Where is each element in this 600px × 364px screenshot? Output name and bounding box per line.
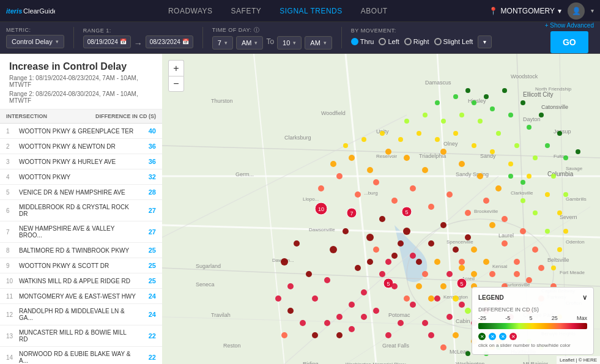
table-row[interactable]: 2 WOOTTON PKWY & NEWTON DR 36 — [0, 139, 162, 154]
time-end-period-select[interactable]: AM ▾ — [305, 36, 332, 50]
svg-text:10: 10 — [318, 206, 324, 212]
svg-text:Seneca: Seneca — [196, 281, 215, 288]
svg-text:Beltsville: Beltsville — [547, 257, 569, 263]
go-button[interactable]: GO — [550, 31, 588, 53]
metric-select[interactable]: Control Delay ▾ — [6, 35, 64, 48]
svg-point-172 — [557, 247, 562, 252]
legend-scale-25: 25 — [552, 315, 558, 321]
movement-thru[interactable]: Thru — [351, 38, 374, 45]
svg-point-162 — [417, 131, 421, 136]
table-row[interactable]: 10 WATKINS MILL RD & APPLE RIDGE RD 25 — [0, 273, 162, 289]
panel-title: Increase in Control Delay — [9, 61, 153, 72]
table-row[interactable]: 13 MUNCASTER MILL RD & BOWIE MILL RD 22 — [0, 325, 162, 347]
location-pin-icon: 📍 — [489, 7, 498, 15]
svg-point-216 — [422, 271, 428, 277]
zoom-in-button[interactable]: + — [168, 60, 184, 76]
row-number: 8 — [6, 247, 16, 254]
location-selector[interactable]: 📍 MONTGOMERY ▾ — [489, 7, 561, 15]
time-start-period: AM — [242, 39, 252, 46]
row-number: 7 — [6, 229, 16, 236]
row-number: 9 — [6, 262, 16, 269]
svg-point-95 — [440, 222, 446, 228]
intersection-table: 1 WOOTTON PKWY & GREENPLACE TER 40 2 WOO… — [0, 124, 162, 364]
table-row[interactable]: 1 WOOTTON PKWY & GREENPLACE TER 40 — [0, 124, 162, 139]
svg-text:Travilah: Travilah — [211, 312, 231, 318]
row-diff-value: 25 — [139, 247, 156, 254]
svg-text:Sugarland: Sugarland — [196, 263, 221, 269]
row-intersection-name: WOOTTON PKWY — [16, 174, 139, 180]
map-area[interactable]: Ellicott City Catonsville Columbia Jessu… — [162, 54, 600, 364]
legend-dot-blue1[interactable]: ✕ — [489, 333, 496, 340]
svg-point-192 — [435, 100, 440, 105]
svg-text:Washington: Washington — [456, 361, 484, 364]
svg-point-186 — [563, 192, 568, 197]
legend-dot-red[interactable]: ✕ — [509, 333, 517, 340]
movement-options: Thru Left Right Slight Left ▾ — [351, 35, 539, 48]
svg-text:Woodstock: Woodstock — [511, 73, 538, 80]
time-period-arrow-icon: ▾ — [254, 40, 257, 46]
time-label: TIME OF DAY: ⓘ — [212, 26, 332, 34]
svg-point-104 — [373, 308, 379, 314]
svg-text:5: 5 — [405, 209, 408, 215]
nav-safety[interactable]: SAFETY — [231, 7, 262, 15]
row-diff-value: 22 — [139, 354, 156, 361]
movement-slight-left[interactable]: Slight Left — [434, 38, 473, 45]
svg-point-92 — [403, 228, 410, 235]
range1-control: RANGE 1: 08/19/2024 📅 → 08/23/2024 📅 — [83, 28, 193, 48]
svg-text:Clarksville: Clarksville — [511, 190, 533, 196]
row-intersection-name: MIDDLEBROOK RD & CRYSTAL ROCK DR — [16, 204, 139, 217]
table-row[interactable]: 8 BALTIMORE RD & TWINBROOK PKWY 25 — [0, 243, 162, 258]
row-intersection-name: WOOTTON PKWY & GREENPLACE TER — [16, 128, 139, 135]
movement-control: BY MOVEMENT: Thru Left Right Slight Left… — [351, 28, 539, 48]
movement-label: BY MOVEMENT: — [351, 28, 539, 34]
svg-point-99 — [312, 295, 318, 302]
nav-about[interactable]: ABOUT — [361, 7, 388, 15]
nav-signal-trends[interactable]: SIGNAL TRENDS — [280, 7, 343, 15]
legend-x2-icon: ✕ — [491, 334, 495, 340]
svg-text:Dayton: Dayton — [523, 116, 541, 122]
time-start-select[interactable]: 7 ▾ — [212, 36, 233, 50]
zoom-out-button[interactable]: − — [168, 76, 184, 92]
table-row[interactable]: 5 VENICE DR & NEW HAMPSHIRE AVE 28 — [0, 185, 162, 200]
time-end-select[interactable]: 10 ▾ — [277, 36, 302, 50]
show-advanced-button[interactable]: + Show Advanced — [545, 22, 594, 29]
range1-start-input[interactable]: 08/19/2024 📅 — [83, 35, 131, 48]
svg-point-219 — [459, 259, 465, 265]
user-avatar[interactable]: 👤 — [568, 2, 585, 20]
svg-point-154 — [459, 265, 465, 271]
svg-point-178 — [423, 113, 428, 117]
radio-slight-left-icon — [434, 38, 442, 45]
legend-dot-blue2[interactable]: ✕ — [499, 333, 506, 340]
row-diff-value: 36 — [139, 158, 156, 165]
movement-dropdown[interactable]: ▾ — [478, 35, 492, 48]
svg-point-83 — [281, 258, 288, 266]
table-row[interactable]: 14 NORWOOD RD & EUBIE BLAKE WAY & A... 2… — [0, 347, 162, 364]
legend-collapse-icon[interactable]: ∨ — [582, 294, 587, 302]
table-row[interactable]: 4 WOOTTON PKWY 32 — [0, 169, 162, 185]
svg-point-227 — [428, 295, 434, 302]
app-logo: iteris ClearGuide — [6, 5, 55, 17]
table-row[interactable]: 3 WOOTTON PKWY & HURLEY AVE 36 — [0, 154, 162, 169]
svg-point-225 — [404, 295, 410, 302]
table-row[interactable]: 9 WOOTTON PKWY & SCOTT DR 25 — [0, 258, 162, 273]
svg-point-122 — [428, 204, 434, 210]
table-header: INTERSECTION DIFFERENCE IN CD (S) — [0, 110, 162, 124]
range1-end-input[interactable]: 08/23/2024 📅 — [146, 35, 193, 48]
table-row[interactable]: 11 MONTGOMERY AVE & EAST-WEST HWY 24 — [0, 289, 162, 304]
radio-thru-icon — [351, 38, 358, 45]
row-diff-value: 25 — [139, 262, 156, 269]
table-row[interactable]: 12 RANDOLPH RD & MIDDLEVALE LN & GA... 2… — [0, 304, 162, 325]
svg-point-125 — [483, 198, 489, 204]
table-row[interactable]: 6 MIDDLEBROOK RD & CRYSTAL ROCK DR 27 — [0, 200, 162, 221]
legend-dot-green[interactable]: ✕ — [478, 333, 486, 340]
svg-point-181 — [478, 119, 483, 124]
svg-point-232 — [428, 332, 434, 338]
time-start-period-select[interactable]: AM ▾ — [236, 36, 264, 50]
movement-right[interactable]: Right — [404, 38, 429, 45]
svg-point-145 — [422, 167, 428, 173]
table-row[interactable]: 7 NEW HAMPSHIRE AVE & VALLEY BROO... 27 — [0, 221, 162, 243]
svg-point-128 — [532, 247, 538, 253]
nav-roadways[interactable]: ROADWAYS — [168, 7, 213, 15]
movement-left[interactable]: Left — [379, 38, 399, 45]
svg-point-201 — [508, 174, 513, 179]
